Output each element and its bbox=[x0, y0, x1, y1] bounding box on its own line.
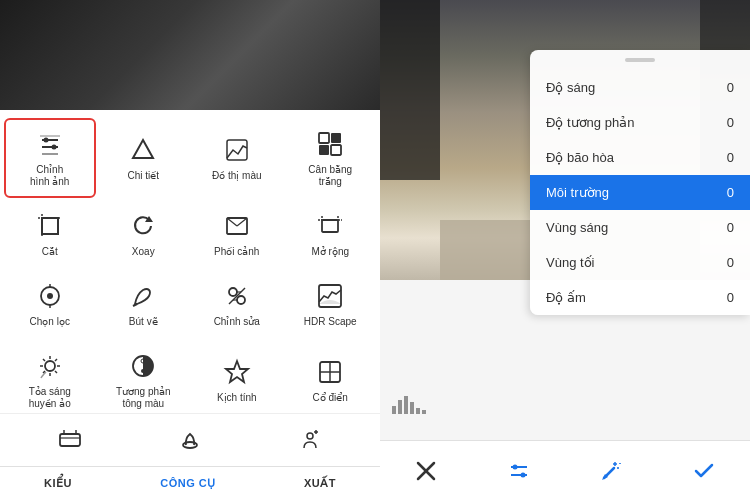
tool-label-phoi-canh: Phối cảnh bbox=[214, 246, 259, 258]
svg-rect-59 bbox=[398, 400, 402, 414]
tool-do-thi-mau[interactable]: Đồ thị màu bbox=[191, 118, 283, 198]
extra-1-icon bbox=[54, 424, 86, 456]
chinh-hinh-anh-icon bbox=[34, 128, 66, 160]
tab-xuat[interactable]: XUẤT bbox=[304, 477, 336, 490]
svg-rect-50 bbox=[60, 434, 80, 446]
do-am-label: Độ ấm bbox=[546, 290, 586, 305]
svg-rect-63 bbox=[422, 410, 426, 414]
tool-extra-3[interactable] bbox=[288, 418, 332, 462]
tool-phoi-canh[interactable]: Phối cảnh bbox=[191, 200, 283, 268]
tool-label-co-dien: Cổ điển bbox=[313, 392, 348, 404]
co-dien-icon bbox=[314, 356, 346, 388]
chinh-sua-icon bbox=[221, 280, 253, 312]
adjustment-do-sang[interactable]: Độ sáng 0 bbox=[530, 70, 750, 105]
tool-label-hdr-scape: HDR Scape bbox=[304, 316, 357, 328]
svg-point-69 bbox=[520, 472, 525, 477]
tool-label-kich-tinh: Kịch tính bbox=[217, 392, 257, 404]
left-panel: Chỉnhhình ảnh Chi tiết Đồ thị màu bbox=[0, 0, 380, 500]
svg-point-25 bbox=[47, 293, 53, 299]
tool-chon-loc[interactable]: Chọn lọc bbox=[4, 270, 96, 338]
svg-line-17 bbox=[227, 218, 237, 226]
do-bao-hoa-value: 0 bbox=[727, 150, 734, 165]
bottom-tabs: KIỂU CÔNG CỤ XUẤT bbox=[0, 466, 380, 500]
do-tuong-phan-value: 0 bbox=[727, 115, 734, 130]
chon-loc-icon bbox=[34, 280, 66, 312]
tool-but-ve[interactable]: Bút vẽ bbox=[98, 270, 190, 338]
tool-tuong-phan-tong-mau[interactable]: Tương phảntông màu bbox=[98, 340, 190, 413]
tools-grid: Chỉnhhình ảnh Chi tiết Đồ thị màu bbox=[0, 110, 380, 413]
tool-label-but-ve: Bút vẽ bbox=[129, 316, 158, 328]
adjust-button[interactable] bbox=[499, 451, 539, 491]
tool-can-bang-trang[interactable]: Cân bằngtrắng bbox=[285, 118, 377, 198]
svg-rect-7 bbox=[227, 140, 247, 160]
adjustment-do-am[interactable]: Độ ấm 0 bbox=[530, 280, 750, 315]
vung-toi-label: Vùng tối bbox=[546, 255, 594, 270]
adjustment-vung-toi[interactable]: Vùng tối 0 bbox=[530, 245, 750, 280]
do-bao-hoa-label: Độ bão hòa bbox=[546, 150, 614, 165]
tool-toa-sang-huyen-ao[interactable]: Tỏa sánghuyền ảo bbox=[4, 340, 96, 413]
tab-xuat-label: XUẤT bbox=[304, 477, 336, 490]
bottom-action-bar bbox=[380, 440, 750, 500]
svg-line-41 bbox=[55, 371, 57, 373]
svg-point-35 bbox=[45, 361, 55, 371]
do-sang-value: 0 bbox=[727, 80, 734, 95]
svg-point-1 bbox=[43, 138, 48, 143]
tab-kieu[interactable]: KIỂU bbox=[44, 477, 72, 490]
svg-point-67 bbox=[512, 464, 517, 469]
xoay-icon bbox=[127, 210, 159, 242]
tuong-phan-tong-mau-icon bbox=[127, 350, 159, 382]
can-bang-trang-icon bbox=[314, 128, 346, 160]
svg-rect-58 bbox=[392, 406, 396, 414]
adjustment-vung-sang[interactable]: Vùng sáng 0 bbox=[530, 210, 750, 245]
svg-point-3 bbox=[51, 145, 56, 150]
svg-point-30 bbox=[237, 296, 245, 304]
svg-rect-60 bbox=[404, 396, 408, 414]
tool-label-chon-loc: Chọn lọc bbox=[30, 316, 70, 328]
tool-label-do-thi-mau: Đồ thị màu bbox=[212, 170, 262, 182]
svg-point-29 bbox=[229, 288, 237, 296]
right-panel: Độ sáng 0 Độ tương phản 0 Độ bão hòa 0 M… bbox=[380, 0, 750, 500]
histogram-area bbox=[390, 386, 430, 420]
adjustment-do-bao-hoa[interactable]: Độ bão hòa 0 bbox=[530, 140, 750, 175]
tool-co-dien[interactable]: Cổ điển bbox=[285, 340, 377, 413]
tool-extra-2[interactable] bbox=[168, 418, 212, 462]
tool-hdr-scape[interactable]: HDR Scape bbox=[285, 270, 377, 338]
photo-preview-left bbox=[0, 0, 380, 110]
tool-cat[interactable]: Cắt bbox=[4, 200, 96, 268]
tool-label-chinh-hinh-anh: Chỉnhhình ảnh bbox=[30, 164, 69, 188]
svg-line-40 bbox=[43, 359, 45, 361]
tool-label-toa-sang-huyen-ao: Tỏa sánghuyền ảo bbox=[29, 386, 71, 410]
tool-mo-rong[interactable]: Mở rộng bbox=[285, 200, 377, 268]
do-am-value: 0 bbox=[727, 290, 734, 305]
moi-truong-value: 0 bbox=[727, 185, 734, 200]
magic-button[interactable] bbox=[591, 451, 631, 491]
tool-extra-1[interactable] bbox=[48, 418, 92, 462]
tool-chinh-sua[interactable]: Chỉnh sửa bbox=[191, 270, 283, 338]
svg-rect-19 bbox=[322, 220, 338, 232]
kich-tinh-icon bbox=[221, 356, 253, 388]
adjustment-moi-truong[interactable]: Môi trường 0 bbox=[530, 175, 750, 210]
do-thi-mau-icon bbox=[221, 134, 253, 166]
phoi-canh-icon bbox=[221, 210, 253, 242]
svg-point-55 bbox=[307, 433, 313, 439]
tool-chi-tiet[interactable]: Chi tiết bbox=[98, 118, 190, 198]
svg-rect-11 bbox=[331, 145, 341, 155]
tool-chinh-hinh-anh[interactable]: Chỉnhhình ảnh bbox=[4, 118, 96, 198]
tool-label-mo-rong: Mở rộng bbox=[311, 246, 349, 258]
adjustments-panel: Độ sáng 0 Độ tương phản 0 Độ bão hòa 0 M… bbox=[530, 50, 750, 315]
tool-xoay[interactable]: Xoay bbox=[98, 200, 190, 268]
mo-rong-icon bbox=[314, 210, 346, 242]
tool-kich-tinh[interactable]: Kịch tính bbox=[191, 340, 283, 413]
panel-handle[interactable] bbox=[625, 58, 655, 62]
toa-sang-huyen-ao-icon bbox=[34, 350, 66, 382]
tab-cong-cu[interactable]: CÔNG CỤ bbox=[160, 477, 216, 490]
adjustment-do-tuong-phan[interactable]: Độ tương phản 0 bbox=[530, 105, 750, 140]
extra-3-icon bbox=[294, 424, 326, 456]
svg-rect-61 bbox=[410, 402, 414, 414]
svg-line-42 bbox=[55, 359, 57, 361]
cancel-button[interactable] bbox=[406, 451, 446, 491]
svg-rect-12 bbox=[42, 218, 58, 234]
svg-line-18 bbox=[237, 218, 247, 226]
confirm-button[interactable] bbox=[684, 451, 724, 491]
extra-2-icon bbox=[174, 424, 206, 456]
